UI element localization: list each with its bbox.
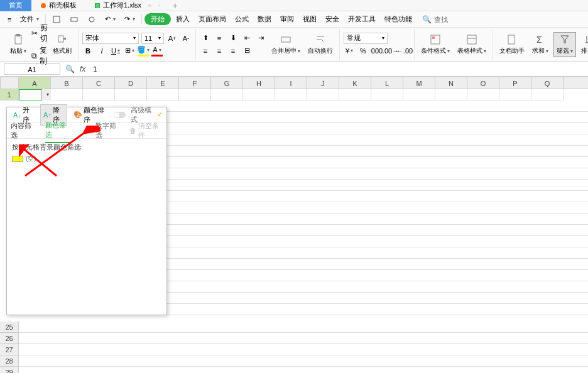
print-icon[interactable]: [66, 14, 82, 25]
indent-left-icon[interactable]: ⇤: [241, 33, 253, 44]
comma-icon[interactable]: 000: [371, 45, 383, 57]
merge-center-button[interactable]: 合并居中: [269, 33, 303, 57]
menu-security[interactable]: 安全: [322, 13, 343, 25]
save-icon[interactable]: [48, 14, 65, 25]
new-tab-button[interactable]: +: [169, 1, 182, 11]
filter-dropdown-icon[interactable]: ▾: [46, 92, 49, 97]
formula-input[interactable]: [90, 63, 584, 75]
align-right-icon[interactable]: ≡: [227, 45, 239, 57]
col-M[interactable]: M: [403, 77, 435, 89]
select-all-corner[interactable]: [0, 77, 19, 89]
cell[interactable]: [467, 89, 499, 100]
menu-insert[interactable]: 插入: [172, 13, 193, 25]
menu-formula[interactable]: 公式: [231, 13, 253, 25]
color-swatch-option[interactable]: (空): [12, 154, 161, 163]
increase-font-icon[interactable]: A+: [166, 33, 178, 44]
row-29[interactable]: 29: [0, 367, 19, 373]
col-N[interactable]: N: [435, 77, 467, 89]
cell[interactable]: [211, 89, 243, 100]
cell[interactable]: [243, 89, 275, 100]
cell[interactable]: [275, 89, 307, 100]
tab-templates[interactable]: 稻壳模板: [31, 0, 85, 11]
col-A[interactable]: A: [19, 77, 51, 89]
cell[interactable]: [51, 89, 83, 100]
sum-button[interactable]: Σ 求和: [530, 33, 551, 57]
col-O[interactable]: O: [467, 77, 499, 89]
col-I[interactable]: I: [275, 77, 307, 89]
italic-button[interactable]: I: [96, 45, 107, 57]
col-Q[interactable]: Q: [531, 77, 564, 89]
name-box[interactable]: A1: [4, 63, 60, 75]
cell[interactable]: [115, 89, 147, 100]
align-left-icon[interactable]: ≡: [200, 45, 211, 57]
col-P[interactable]: P: [499, 77, 531, 89]
cell[interactable]: [339, 89, 371, 100]
undo-button[interactable]: ↶: [101, 14, 119, 24]
menu-start[interactable]: 开始: [144, 13, 171, 25]
indent-right-icon[interactable]: ⇥: [255, 33, 266, 44]
underline-button[interactable]: U: [110, 45, 121, 57]
inc-decimal-icon[interactable]: .00→: [385, 45, 396, 57]
doc-assist-button[interactable]: 文档助手: [497, 33, 527, 57]
row-25[interactable]: 25: [0, 322, 19, 333]
row-26[interactable]: 26: [0, 333, 19, 344]
cell[interactable]: [371, 89, 403, 100]
format-painter-button[interactable]: 格式刷: [50, 33, 74, 57]
search-cell-icon[interactable]: 🔍: [65, 65, 75, 73]
cell-A1[interactable]: ▾: [19, 89, 51, 100]
col-C[interactable]: C: [83, 77, 115, 89]
tab-menu-icon[interactable]: ▫: [158, 2, 160, 9]
row-27[interactable]: 27: [0, 344, 19, 355]
decrease-font-icon[interactable]: A-: [180, 33, 192, 44]
col-K[interactable]: K: [339, 77, 371, 89]
dec-decimal-icon[interactable]: ←.00: [399, 45, 410, 57]
advanced-mode-toggle[interactable]: [114, 112, 126, 118]
col-J[interactable]: J: [307, 77, 339, 89]
menu-data[interactable]: 数据: [254, 13, 275, 25]
col-F[interactable]: F: [179, 77, 211, 89]
clear-filter-button[interactable]: 🗑 清空条件: [129, 121, 163, 140]
row-28[interactable]: 28: [0, 355, 19, 367]
redo-button[interactable]: ↷: [121, 14, 139, 24]
col-L[interactable]: L: [371, 77, 403, 89]
align-bottom-icon[interactable]: ⬇: [227, 33, 239, 44]
cell[interactable]: [531, 89, 564, 100]
currency-icon[interactable]: ¥: [344, 45, 355, 57]
border-button[interactable]: ⊞: [124, 45, 135, 57]
tab-home[interactable]: 首页: [0, 0, 31, 11]
row-1[interactable]: 1: [0, 89, 19, 100]
col-G[interactable]: G: [211, 77, 243, 89]
sort-button[interactable]: 排序: [579, 33, 588, 57]
menu-pagelayout[interactable]: 页面布局: [195, 13, 230, 25]
close-icon[interactable]: ○: [148, 2, 151, 9]
tab-workbook[interactable]: S 工作簿1.xlsx ○ ▫: [85, 0, 169, 11]
search-input[interactable]: [434, 16, 472, 23]
number-format-select[interactable]: 常规▾: [344, 33, 388, 44]
percent-icon[interactable]: %: [357, 45, 369, 57]
font-size-select[interactable]: 11▾: [141, 33, 164, 44]
filter-button[interactable]: 筛选: [553, 32, 576, 57]
merge-split-icon[interactable]: ⊟: [241, 45, 253, 57]
menu-special[interactable]: 特色功能: [381, 13, 416, 25]
font-color-button[interactable]: A: [151, 45, 163, 57]
cell[interactable]: [435, 89, 467, 100]
col-H[interactable]: H: [243, 77, 275, 89]
cell[interactable]: [83, 89, 115, 100]
fill-color-button[interactable]: 🪣: [138, 45, 149, 57]
tab-number-filter[interactable]: ⧩ 数字筛选: [88, 121, 121, 140]
font-name-select[interactable]: 宋体▾: [82, 33, 139, 44]
fx-icon[interactable]: fx: [80, 65, 85, 73]
table-format-button[interactable]: 表格样式: [455, 33, 489, 57]
preview-icon[interactable]: [84, 14, 100, 25]
cell[interactable]: [179, 89, 211, 100]
align-top-icon[interactable]: ⬆: [200, 33, 211, 44]
menu-devtools[interactable]: 开发工具: [344, 13, 379, 25]
col-E[interactable]: E: [147, 77, 179, 89]
col-B[interactable]: B: [51, 77, 83, 89]
cell[interactable]: [147, 89, 179, 100]
cell[interactable]: [499, 89, 531, 100]
bold-button[interactable]: B: [82, 45, 94, 57]
paste-button[interactable]: 粘贴: [8, 33, 29, 57]
auto-wrap-button[interactable]: 自动换行: [305, 33, 335, 57]
app-menu-icon[interactable]: ≡: [4, 14, 15, 24]
